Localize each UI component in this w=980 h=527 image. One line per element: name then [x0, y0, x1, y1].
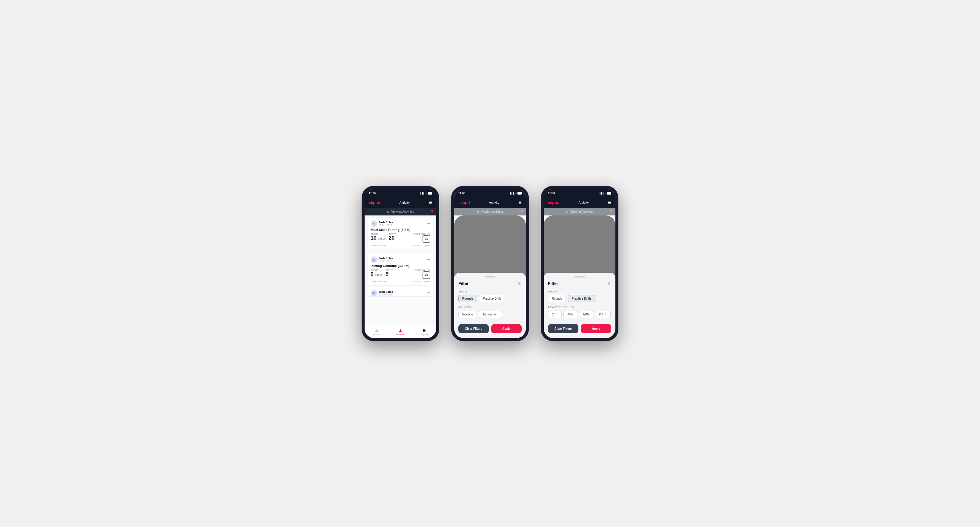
phone-3-screen: 11:33 ▌▌▌ ⌾ 51 clippd Activity ☰ ⚙ Viewi…	[544, 189, 616, 338]
ott-btn-3[interactable]: OTT	[548, 311, 562, 318]
nav-activities-1[interactable]: ♟ Activities	[388, 328, 412, 336]
user-name-1: Josh Coles	[379, 221, 393, 224]
nav-activities-label-1: Activities	[396, 333, 405, 336]
avatar-1: JC	[371, 220, 377, 227]
wifi-icon-1: ⌾	[426, 192, 427, 194]
rounds-btn-3[interactable]: Rounds	[548, 295, 566, 302]
status-time-3: 11:33	[548, 192, 555, 195]
app-header-2: clippd Activity ☰	[454, 197, 526, 208]
battery-1: 51	[428, 192, 432, 195]
score-value-1: 10	[371, 235, 377, 241]
shots-group-2: Shots 9	[385, 269, 393, 277]
quality-group-1: Shot Quality 75	[414, 233, 430, 243]
notification-dot-1	[431, 210, 433, 212]
avatar-2: JC	[371, 256, 377, 263]
menu-icon-1[interactable]: ☰	[429, 200, 432, 205]
user-date-1: 28 Feb 2023	[379, 224, 393, 227]
quality-group-2: Shot Quality 45	[414, 269, 430, 279]
wifi-icon-3: ⌾	[605, 192, 606, 194]
activity-item-3: JC Josh Coles 28 Feb 2023 •••	[368, 287, 433, 296]
data-source-2: Data: Clippd Capture	[411, 281, 430, 283]
user-date-3: 28 Feb 2023	[379, 293, 393, 296]
test-info-1: ℹ Test Information	[371, 244, 387, 246]
filter-title-2: Filter	[458, 281, 468, 286]
phone-1-screen: 11:33 ▌▌▌ ⌾ 51 clippd Activity ☰ ⚙ Viewi…	[364, 189, 436, 338]
filter-close-3[interactable]: ✕	[606, 281, 611, 286]
avatar-3: JC	[371, 290, 377, 296]
activity-header-1: JC Josh Coles 28 Feb 2023 •••	[371, 220, 430, 227]
more-dots-2[interactable]: •••	[426, 257, 430, 262]
user-name-2: Josh Coles	[379, 257, 393, 260]
tournament-btn-2[interactable]: Tournament	[479, 311, 502, 318]
drills-options-3: OTT APP ARG PUTT	[548, 311, 611, 318]
user-info-1: JC Josh Coles 28 Feb 2023	[371, 220, 393, 227]
notification-dot-3	[610, 210, 612, 212]
data-source-1: Data: Clippd Capture	[411, 244, 430, 246]
phone-1: 11:33 ▌▌▌ ⌾ 51 clippd Activity ☰ ⚙ Viewi…	[361, 186, 439, 341]
signal-icon-2: ▌▌▌	[510, 192, 514, 194]
viewing-banner-2: ⚙ Viewing Activities	[454, 208, 526, 216]
filter-sheet-3: Filter ✕ Show Rounds Practice Drills Pra…	[544, 273, 616, 338]
bottom-nav-1: ⌂ Home ♟ Activities ⊕ Capture	[364, 325, 436, 338]
header-title-2: Activity	[489, 201, 499, 205]
putt-btn-3[interactable]: PUTT	[595, 311, 611, 318]
activity-footer-2: ℹ Test Information Data: Clippd Capture	[371, 280, 430, 283]
menu-icon-2[interactable]: ☰	[519, 200, 522, 205]
more-dots-3[interactable]: •••	[426, 291, 430, 295]
app-btn-3[interactable]: APP	[563, 311, 577, 318]
notch-2	[480, 189, 500, 195]
practice-drills-btn-3[interactable]: Practice Drills	[568, 295, 595, 302]
practice-drills-btn-2[interactable]: Practice Drills	[479, 295, 505, 302]
apply-btn-3[interactable]: Apply	[581, 324, 611, 333]
show-label-3: Show	[548, 290, 611, 293]
activity-item-1: JC Josh Coles 28 Feb 2023 ••• Must Make …	[368, 218, 433, 249]
status-bar-2: 11:33 ▌▌▌ ⌾ 51	[454, 189, 526, 197]
arg-btn-3[interactable]: ARG	[579, 311, 593, 318]
header-title-3: Activity	[578, 201, 589, 205]
practice-round-btn-2[interactable]: Practice	[458, 311, 477, 318]
signal-icon-3: ▌▌▌	[600, 192, 604, 194]
show-label-2: Show	[458, 290, 522, 293]
rounds-options-2: Practice Tournament	[458, 311, 522, 318]
status-icons-3: ▌▌▌ ⌾ 51	[600, 192, 611, 195]
status-bar-3: 11:33 ▌▌▌ ⌾ 51	[544, 189, 616, 197]
nav-home-1[interactable]: ⌂ Home	[364, 328, 388, 336]
stats-row-1: Score 10 OUT OF Shots 20 Shot Quality	[371, 233, 430, 243]
content-area-3: Filter ✕ Show Rounds Practice Drills Pra…	[544, 216, 616, 338]
nav-home-label-1: Home	[373, 333, 380, 336]
phone-2-screen: 11:33 ▌▌▌ ⌾ 51 clippd Activity ☰ ⚙ Viewi…	[454, 189, 526, 338]
battery-3: 51	[607, 192, 611, 195]
wifi-icon-2: ⌾	[515, 192, 517, 194]
filter-header-3: Filter ✕	[548, 281, 611, 286]
clear-filters-btn-3[interactable]: Clear Filters	[548, 324, 578, 333]
menu-icon-3[interactable]: ☰	[608, 200, 611, 205]
filter-handle-3	[574, 276, 585, 278]
phones-container: 11:33 ▌▌▌ ⌾ 51 clippd Activity ☰ ⚙ Viewi…	[361, 186, 619, 341]
clear-filters-btn-2[interactable]: Clear Filters	[458, 324, 489, 333]
phone-3: 11:33 ▌▌▌ ⌾ 51 clippd Activity ☰ ⚙ Viewi…	[541, 186, 619, 341]
rounds-btn-2[interactable]: Rounds	[458, 295, 477, 302]
quality-badge-2: 45	[423, 271, 430, 279]
status-bar-1: 11:33 ▌▌▌ ⌾ 51	[364, 189, 436, 197]
activity-content-1: JC Josh Coles 28 Feb 2023 ••• Must Make …	[364, 216, 436, 325]
filter-icon-2: ⚙	[476, 210, 479, 213]
apply-btn-2[interactable]: Apply	[491, 324, 522, 333]
status-time-1: 11:33	[369, 192, 375, 195]
notch-1	[390, 189, 411, 195]
home-icon-1: ⌂	[375, 328, 378, 333]
user-info-2: JC Josh Coles 28 Feb 2023	[371, 256, 393, 263]
activities-icon-1: ♟	[399, 328, 402, 333]
shots-value-2: 9	[385, 271, 388, 277]
banner-text-3: Viewing Activities	[570, 210, 593, 213]
header-title-1: Activity	[399, 201, 410, 205]
nav-capture-1[interactable]: ⊕ Capture	[412, 328, 436, 336]
activity-item-2: JC Josh Coles 28 Feb 2023 ••• Putting Co…	[368, 254, 433, 285]
status-time-2: 11:33	[458, 192, 465, 195]
content-area-2: Filter ✕ Show Rounds Practice Drills Rou…	[454, 216, 526, 338]
filter-close-2[interactable]: ✕	[517, 281, 522, 286]
more-dots-1[interactable]: •••	[426, 221, 430, 225]
activity-title-2: Putting Combine (3-15 ft)	[371, 264, 430, 268]
viewing-banner-1[interactable]: ⚙ Viewing Activities	[364, 208, 436, 216]
show-options-2: Rounds Practice Drills	[458, 295, 522, 302]
show-options-3: Rounds Practice Drills	[548, 295, 611, 302]
